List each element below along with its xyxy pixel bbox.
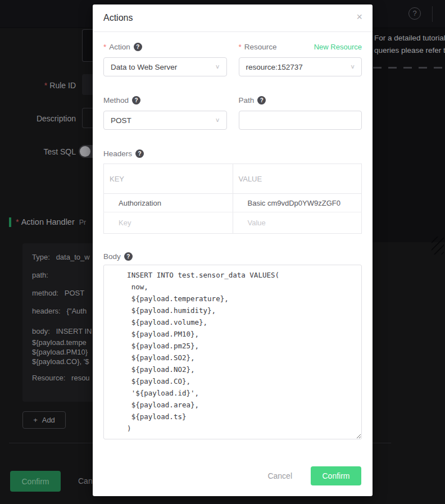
path-input[interactable] [239,111,362,130]
headers-table-head-row: KEY VALUE [104,164,362,194]
description-label-text: Description [37,114,76,123]
resource-label-text: Resource [244,43,277,51]
add-button-label: Add [42,416,55,424]
method-label-text: Method [103,96,129,105]
preview-line: path: [32,271,48,279]
headers-col-value: VALUE [233,164,362,194]
textarea-resize-grip-background [432,237,444,255]
preview-line: ${payload.PM10} [32,348,88,356]
question-icon[interactable]: ? [124,252,133,261]
preview-line: ${payload.tempe [32,338,87,347]
body-label-text: Body [103,252,121,261]
header-placeholder-row: Key Value [104,212,362,234]
header-key-placeholder[interactable]: Key [104,212,233,234]
action-label-text: Action [109,43,130,51]
required-asterisk: * [44,81,47,90]
preview-line: Type: data_to_w [32,253,90,261]
page-confirm-label: Confirm [21,477,49,486]
preview-line: body: INSERT IN [32,327,92,335]
method-select[interactable]: POST ∨ [103,111,227,130]
required-asterisk: * [239,43,242,51]
modal-cancel-button[interactable]: Cancel [267,471,292,480]
resource-select-value: resource:152737 [246,63,303,71]
action-field-label: * Action ? [103,43,227,51]
close-icon[interactable]: × [356,12,362,22]
preview-line: Resource: resou [32,374,90,382]
page-confirm-button[interactable]: Confirm [10,471,61,492]
method-field-label: Method ? [103,96,227,105]
header-key-cell[interactable]: Authorization [104,194,233,212]
description-label: Description [0,114,76,123]
chevron-down-icon: ∨ [350,63,355,70]
header-row: Authorization Basic cm9vdDp0YW9zZGF0 [104,194,362,212]
dashed-separator [373,67,445,69]
section-accent-bar [9,217,11,227]
required-asterisk: * [103,43,106,51]
rule-id-label: *Rule ID [0,81,76,90]
headers-col-key: KEY [104,164,233,194]
body-textarea[interactable]: INSERT INTO test.sensor_data VALUES( now… [103,265,362,439]
background-sql-panel [373,28,445,242]
required-asterisk: * [16,217,19,226]
tutorial-line-2: queries please refer to [374,44,445,57]
preview-line: headers: {"Auth [32,307,87,315]
headers-table: KEY VALUE Authorization Basic cm9vdDp0YW… [103,164,362,234]
question-icon[interactable]: ? [135,149,144,158]
action-handler-heading: *Action HandlerPr [16,217,86,226]
method-select-value: POST [111,116,131,125]
header-value-placeholder[interactable]: Value [233,212,362,234]
actions-modal: Actions × * Action ? * Resource New Reso… [93,4,373,496]
modal-confirm-button[interactable]: Confirm [311,466,361,485]
preview-line: ${payload.CO}, '$ [32,357,89,366]
help-icon[interactable]: ? [408,7,421,20]
headers-label-text: Headers [103,149,132,158]
chevron-down-icon: ∨ [215,117,220,124]
rule-id-label-text: Rule ID [49,81,76,90]
headers-field-label: Headers ? [103,149,144,158]
modal-confirm-label: Confirm [322,471,349,480]
header-divider [432,6,433,22]
test-sql-label-text: Test SQL [43,147,76,156]
preview-line: method: POST [32,289,84,297]
resource-select[interactable]: resource:152737 ∨ [239,57,362,76]
new-resource-link[interactable]: New Resource [314,43,362,51]
tutorial-line-1: For a detailed tutorial [374,32,445,44]
tutorial-hint-text: For a detailed tutorial queries please r… [374,32,445,57]
question-icon[interactable]: ? [132,96,140,105]
header-value-cell[interactable]: Basic cm9vdDp0YW9zZGF0 [233,194,362,212]
chevron-down-icon: ∨ [215,63,220,70]
path-field-label: Path ? [239,96,362,105]
body-field-label: Body ? [103,252,133,261]
action-select-value: Data to Web Server [111,63,177,71]
plus-icon: + [33,416,38,424]
modal-header-divider [93,31,373,32]
action-handler-suffix: Pr [79,219,87,226]
path-label-text: Path [239,96,255,105]
question-icon[interactable]: ? [257,96,266,105]
resource-field-label: * Resource New Resource [239,43,362,51]
action-select[interactable]: Data to Web Server ∨ [103,57,227,76]
test-sql-label: Test SQL [0,147,76,156]
question-icon[interactable]: ? [134,43,142,51]
modal-title: Actions [103,13,133,23]
action-handler-title-text: Action Handler [21,217,75,226]
test-sql-toggle-knob [80,146,90,157]
add-action-button[interactable]: + Add [22,411,66,429]
